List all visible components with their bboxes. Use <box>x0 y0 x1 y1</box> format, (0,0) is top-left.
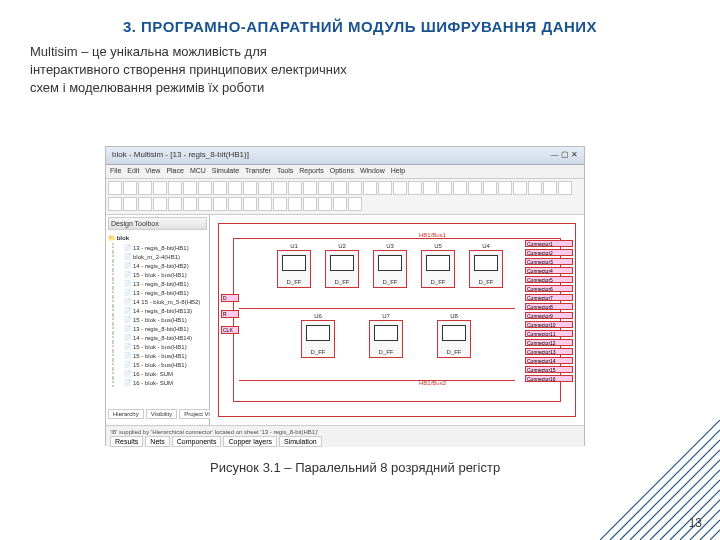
connector-pin: Connector5 <box>525 276 573 283</box>
toolbar-button <box>153 181 167 195</box>
flip-flop-chip: U5D_FF <box>421 250 455 288</box>
connector-pin: Connector15 <box>525 366 573 373</box>
toolbar-button <box>498 181 512 195</box>
toolbar-button <box>528 181 542 195</box>
toolbar-button <box>393 181 407 195</box>
window-controls: — ▢ ✕ <box>551 150 578 161</box>
toolbar-button <box>483 181 497 195</box>
connector-pin: Connector9 <box>525 312 573 319</box>
tree-root: 📁 blok <box>108 232 207 243</box>
toolbar-button <box>198 181 212 195</box>
tree-item: 14 - regis_8-bit(HB13) <box>112 306 207 315</box>
toolbar-button <box>423 181 437 195</box>
bottom-tab: Copper layers <box>223 436 277 447</box>
input-pin: D <box>221 294 239 302</box>
flip-flop-chip: U2D_FF <box>325 250 359 288</box>
tree-item: blok_m_2-4(HB1) <box>112 252 207 261</box>
menu-item: Window <box>360 167 385 176</box>
bottom-tab: Nets <box>145 436 169 447</box>
status-area: 'I8' supplied by 'Hierarchical connector… <box>106 425 584 447</box>
connector-pin: Connector12 <box>525 339 573 346</box>
tree-item: 13 - regis_8-bit(HB1) <box>112 243 207 252</box>
tree-item: 13 - regis_8-bit(HB1) <box>112 288 207 297</box>
svg-line-5 <box>670 490 720 540</box>
tree-tab: Visibility <box>146 409 178 419</box>
toolbar-button <box>348 197 362 211</box>
toolbar-button <box>183 181 197 195</box>
toolbar-button <box>168 197 182 211</box>
flip-flop-chip: U4D_FF <box>469 250 503 288</box>
toolbar-button <box>213 197 227 211</box>
status-message: 'I8' supplied by 'Hierarchical connector… <box>110 428 580 436</box>
svg-line-10 <box>610 430 720 540</box>
tree-item: 15 - blok - bus(HB1) <box>112 342 207 351</box>
toolbar-button <box>108 181 122 195</box>
toolbar-button <box>363 181 377 195</box>
menu-item: Simulate <box>212 167 239 176</box>
toolbar-button <box>243 197 257 211</box>
toolbar-button <box>213 181 227 195</box>
menu-item: MCU <box>190 167 206 176</box>
connector-pin: Connector11 <box>525 330 573 337</box>
toolbar-button <box>453 181 467 195</box>
window-titlebar: blok - Multisim - [13 - regis_8-bit(HB1)… <box>106 147 584 165</box>
window-title-text: blok - Multisim - [13 - regis_8-bit(HB1)… <box>112 150 249 161</box>
flip-flop-chip: U1D_FF <box>277 250 311 288</box>
page-number: 13 <box>689 516 702 530</box>
connector-pin: Connector16 <box>525 375 573 382</box>
toolbar-button <box>183 197 197 211</box>
flip-flop-chip: U3D_FF <box>373 250 407 288</box>
toolbar-button <box>273 181 287 195</box>
bottom-tab: Simulation <box>279 436 322 447</box>
bottom-tab: Components <box>172 436 222 447</box>
connector-pin: Connector13 <box>525 348 573 355</box>
bottom-tab: Results <box>110 436 143 447</box>
tree-item: 14 - regis_8-bit(HB2) <box>112 261 207 270</box>
menu-item: Tools <box>277 167 293 176</box>
toolbar-button <box>333 197 347 211</box>
svg-line-1 <box>630 450 720 540</box>
svg-line-8 <box>700 520 720 540</box>
connector-pin: Connector6 <box>525 285 573 292</box>
connector-pin: Connector7 <box>525 294 573 301</box>
toolbar-button <box>138 197 152 211</box>
toolbar-button <box>333 181 347 195</box>
toolbar-button <box>153 197 167 211</box>
toolbar-button <box>303 181 317 195</box>
tree-item: 14 15 - blok_m_5-8(HB2) <box>112 297 207 306</box>
toolbar-button <box>288 181 302 195</box>
bus-label: HB1/Bus1 <box>419 232 446 238</box>
toolbar-button <box>198 197 212 211</box>
toolbar-button <box>258 181 272 195</box>
svg-line-11 <box>600 420 720 540</box>
toolbar-button <box>318 181 332 195</box>
toolbar-button <box>123 181 137 195</box>
menu-item: File <box>110 167 121 176</box>
connector-pin: Connector3 <box>525 258 573 265</box>
tree-header: Design Toolbox <box>108 217 207 230</box>
tree-item: 15 - blok - bus(HB1) <box>112 351 207 360</box>
toolbar-button <box>378 181 392 195</box>
toolbar-button <box>228 197 242 211</box>
tree-item: 16 - blok- SUM <box>112 369 207 378</box>
toolbar-button <box>108 197 122 211</box>
input-pin: R <box>221 310 239 318</box>
toolbar-button <box>513 181 527 195</box>
toolbar-button <box>543 181 557 195</box>
toolbar-button <box>273 197 287 211</box>
tree-item: 13 - regis_8-bit(HB1) <box>112 324 207 333</box>
menu-item: Edit <box>127 167 139 176</box>
connector-pin: Connector10 <box>525 321 573 328</box>
connector-pin: Connector8 <box>525 303 573 310</box>
connector-pin: Connector4 <box>525 267 573 274</box>
toolbar <box>106 179 584 215</box>
multisim-screenshot: blok - Multisim - [13 - regis_8-bit(HB1)… <box>105 146 585 446</box>
flip-flop-chip: U8D_FF <box>437 320 471 358</box>
schematic-canvas: U1D_FFU2D_FFU3D_FFU5D_FFU4D_FFU6D_FFU7D_… <box>210 215 584 425</box>
svg-line-2 <box>640 460 720 540</box>
toolbar-button <box>408 181 422 195</box>
bus-label: HB1/Bus2 <box>419 380 446 386</box>
toolbar-button <box>258 197 272 211</box>
svg-line-3 <box>650 470 720 540</box>
input-pin: CLK <box>221 326 239 334</box>
